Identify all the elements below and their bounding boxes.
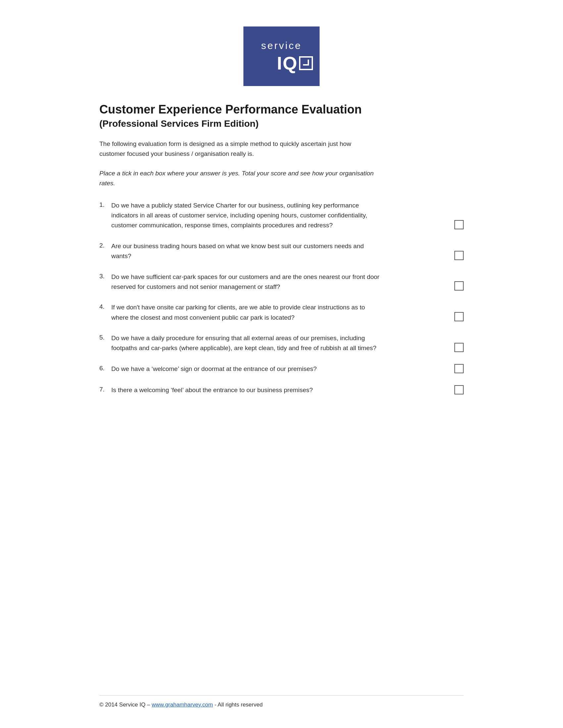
question-row-2: 2. Are our business trading hours based … xyxy=(99,241,464,261)
checkbox-area-3 xyxy=(437,281,464,292)
footer-text-after: - All rights reserved xyxy=(213,702,262,708)
question-number-3: 3. xyxy=(99,272,111,280)
checkbox-3[interactable] xyxy=(454,281,464,291)
title-section: Customer Experience Performance Evaluati… xyxy=(99,103,464,129)
checkbox-2[interactable] xyxy=(454,251,464,260)
footer: © 2014 Service IQ – www.grahamharvey.com… xyxy=(99,682,464,708)
logo-box-icon xyxy=(299,56,313,70)
service-iq-logo: service IQ xyxy=(243,26,320,86)
sub-title: (Professional Services Firm Edition) xyxy=(99,118,464,129)
question-row-5: 5. Do we have a daily procedure for ensu… xyxy=(99,333,464,353)
checkbox-7[interactable] xyxy=(454,385,464,394)
question-text-5: Do we have a daily procedure for ensurin… xyxy=(111,333,383,353)
question-number-1: 1. xyxy=(99,201,111,208)
question-text-6: Do we have a ‘welcome’ sign or doormat a… xyxy=(111,364,317,374)
checkbox-1[interactable] xyxy=(454,220,464,229)
checkbox-4[interactable] xyxy=(454,312,464,321)
questions-list: 1. Do we have a publicly stated Service … xyxy=(99,201,464,406)
instruction-text: Place a tick in each box where your answ… xyxy=(99,168,391,189)
intro-paragraph1: The following evaluation form is designe… xyxy=(99,139,371,159)
logo-service-text: service xyxy=(261,40,302,51)
footer-text-before: © 2014 Service IQ – xyxy=(99,702,152,708)
question-row-1: 1. Do we have a publicly stated Service … xyxy=(99,201,464,231)
main-title: Customer Experience Performance Evaluati… xyxy=(99,103,464,116)
checkbox-area-5 xyxy=(437,343,464,353)
question-text-7: Is there a welcoming ‘feel’ about the en… xyxy=(111,385,313,395)
logo-iq-text: IQ xyxy=(277,54,298,72)
question-text-2: Are our business trading hours based on … xyxy=(111,241,383,261)
question-number-7: 7. xyxy=(99,385,111,393)
checkbox-area-7 xyxy=(437,385,464,396)
question-number-6: 6. xyxy=(99,364,111,372)
question-number-5: 5. xyxy=(99,333,111,341)
question-row-6: 6. Do we have a ‘welcome’ sign or doorma… xyxy=(99,364,464,375)
checkbox-area-2 xyxy=(437,251,464,261)
footer-divider xyxy=(99,695,464,696)
question-number-4: 4. xyxy=(99,302,111,310)
logo-container: service IQ xyxy=(99,26,464,86)
checkbox-area-1 xyxy=(437,220,464,231)
footer-text: © 2014 Service IQ – www.grahamharvey.com… xyxy=(99,702,262,708)
question-text-4: If we don't have onsite car parking for … xyxy=(111,302,383,323)
question-text-3: Do we have sufficient car-park spaces fo… xyxy=(111,272,383,292)
checkbox-6[interactable] xyxy=(454,364,464,373)
question-row-3: 3. Do we have sufficient car-park spaces… xyxy=(99,272,464,292)
question-row-4: 4. If we don't have onsite car parking f… xyxy=(99,302,464,323)
footer-link[interactable]: www.grahamharvey.com xyxy=(152,702,213,708)
question-text-1: Do we have a publicly stated Service Cha… xyxy=(111,201,383,231)
question-number-2: 2. xyxy=(99,241,111,249)
checkbox-area-6 xyxy=(437,364,464,375)
question-row-7: 7. Is there a welcoming ‘feel’ about the… xyxy=(99,385,464,396)
checkbox-5[interactable] xyxy=(454,343,464,352)
checkbox-area-4 xyxy=(437,312,464,323)
